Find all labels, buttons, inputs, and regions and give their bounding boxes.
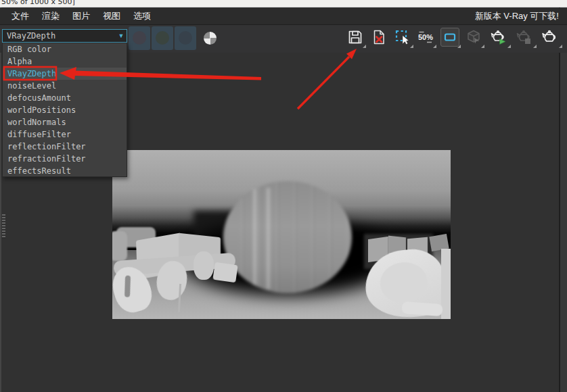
menu-file[interactable]: 文件	[7, 9, 34, 24]
teapot-stop-icon	[514, 28, 535, 47]
clear-image-button[interactable]	[370, 28, 388, 46]
depth-render-canvas	[112, 150, 451, 319]
zoom-level-button[interactable]: 50%	[417, 28, 434, 46]
stop-render-button[interactable]	[514, 28, 535, 46]
channel-item-refractionfilter[interactable]: refractionFilter	[3, 153, 127, 165]
depth-shape	[378, 260, 430, 305]
green-channel-button[interactable]	[152, 26, 173, 50]
menu-render[interactable]: 渲染	[37, 9, 64, 24]
dashed-region-cursor-icon	[394, 28, 411, 46]
window-title-clipped: 50% of 1000 x 500]	[0, 0, 567, 7]
menu-view[interactable]: 视图	[98, 9, 125, 24]
channel-item-effectsresult[interactable]: effectsResult	[3, 165, 127, 177]
blue-channel-icon	[179, 31, 192, 45]
show-region-frame-button[interactable]	[440, 28, 459, 47]
render-last-button[interactable]	[539, 28, 560, 46]
svg-text:50%: 50%	[418, 33, 433, 41]
dropdown-corner-icon	[433, 45, 436, 48]
menu-options[interactable]: 选项	[129, 9, 156, 24]
region-render-button[interactable]	[394, 28, 411, 46]
title-text: 50% of 1000 x 500]	[0, 0, 567, 6]
framed-rectangle-icon	[441, 28, 459, 46]
teapot-icon	[539, 28, 560, 47]
green-channel-icon	[156, 31, 169, 45]
red-channel-icon	[133, 31, 146, 45]
dropdown-corner-icon	[457, 45, 461, 48]
depth-shape	[124, 275, 131, 297]
window-right-border	[559, 7, 567, 392]
depth-shape	[212, 262, 237, 283]
duplicate-to-host-button[interactable]	[465, 28, 482, 46]
channel-item-diffusefilter[interactable]: diffuseFilter	[3, 128, 127, 141]
channel-item-worldnormals[interactable]: worldNormals	[3, 116, 127, 128]
alpha-channel-button[interactable]	[204, 32, 217, 45]
depth-shape	[194, 251, 214, 280]
teapot-play-icon	[489, 28, 509, 47]
depth-shape	[253, 188, 256, 289]
channel-item-defocusamount[interactable]: defocusAmount	[3, 92, 127, 104]
channel-item-reflectionfilter[interactable]: reflectionFilter	[3, 141, 127, 153]
channel-item-noiselevel[interactable]: noiseLevel	[3, 80, 127, 92]
depth-center-column	[223, 181, 352, 293]
interactive-render-button[interactable]	[489, 28, 509, 46]
channel-select[interactable]: VRayZDepth ▼	[2, 29, 127, 43]
document-red-x-icon	[370, 28, 388, 46]
save-image-button[interactable]	[346, 28, 364, 46]
dropdown-corner-icon	[559, 45, 562, 48]
menu-bar: 文件 渲染 图片 视图 选项 新版本 V-Ray 可下载!	[0, 8, 567, 25]
channel-dropdown-list: RGB color Alpha VRayZDepth noiseLevel de…	[2, 43, 127, 177]
depth-shape	[223, 181, 352, 293]
blue-channel-button[interactable]	[175, 26, 196, 50]
channel-item-alpha[interactable]: Alpha	[3, 55, 127, 68]
zoom-percent-icon: 50%	[417, 28, 434, 46]
vray-update-notice[interactable]: 新版本 V-Ray 可下载!	[475, 10, 562, 22]
dropdown-corner-icon	[481, 45, 484, 48]
dropdown-corner-icon	[507, 45, 511, 48]
dropdown-corner-icon	[533, 45, 537, 48]
menu-image[interactable]: 图片	[68, 9, 95, 24]
channel-item-worldpositions[interactable]: worldPositions	[3, 104, 127, 116]
dropdown-corner-icon	[363, 45, 366, 48]
panel-grip-handle[interactable]	[2, 214, 5, 239]
cube-icon	[465, 28, 482, 46]
channel-item-vrayzdepth[interactable]: VRayZDepth	[3, 68, 127, 80]
depth-shape	[112, 231, 127, 261]
dropdown-corner-icon	[410, 45, 413, 48]
vray-frame-buffer-window: 50% of 1000 x 500] 文件 渲染 图片 视图 选项 新版本 V-…	[0, 0, 567, 392]
floppy-disk-icon	[346, 28, 364, 46]
channel-item-rgb[interactable]: RGB color	[3, 43, 127, 55]
channel-select-value: VRayZDepth	[3, 31, 116, 41]
red-channel-button[interactable]	[129, 26, 150, 50]
chevron-down-icon: ▼	[116, 32, 127, 39]
depth-shape	[267, 188, 270, 289]
